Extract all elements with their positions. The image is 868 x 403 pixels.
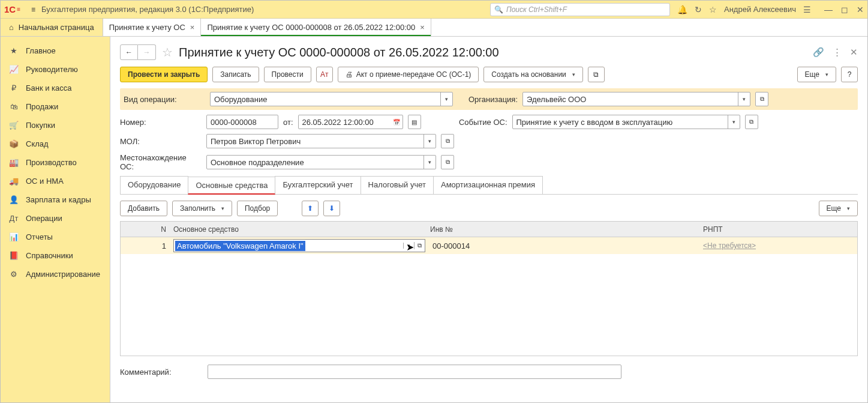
loc-field[interactable]: Основное подразделение ▾ xyxy=(206,155,436,169)
col-inv[interactable]: Инв № xyxy=(425,225,698,234)
create-based-button[interactable]: Создать на основании xyxy=(483,67,583,82)
sidebar-item-salary[interactable]: 👤Зарплата и кадры xyxy=(1,190,110,209)
os-cell-edit[interactable]: Автомобиль "Volkswagen Amarok I" ▾ ⧉ xyxy=(173,239,425,252)
sidebar-item-admin[interactable]: ⚙Администрирование xyxy=(1,265,110,283)
loc-value: Основное подразделение xyxy=(207,158,424,167)
open-ref-button[interactable]: ⧉ xyxy=(755,92,768,106)
bell-icon[interactable]: 🔔 xyxy=(677,5,687,14)
comment-label: Комментарий: xyxy=(120,368,202,377)
sidebar-item-catalogs[interactable]: 📕Справочники xyxy=(1,246,110,265)
form-area: Вид операции: Оборудование ▾ Организация… xyxy=(120,88,858,379)
tab-close-icon[interactable]: × xyxy=(420,23,425,32)
person-icon: 👤 xyxy=(9,195,19,204)
calendar-open-button[interactable]: ▤ xyxy=(408,115,421,129)
tab-close-icon[interactable]: × xyxy=(190,23,195,32)
help-button[interactable]: ? xyxy=(841,67,858,82)
app-title: Бухгалтерия предприятия, редакция 3.0 (1… xyxy=(41,5,254,14)
tab-doc-list[interactable]: Принятие к учету ОС × xyxy=(103,19,202,36)
command-bar: Провести и закрыть Записать Провести Aт … xyxy=(120,67,858,82)
dropdown-icon[interactable]: ▾ xyxy=(738,92,750,106)
open-ref-button[interactable]: ⧉ xyxy=(441,134,454,148)
printer-icon: 🖨 xyxy=(346,70,353,79)
move-up-button[interactable]: ⬆ xyxy=(302,201,319,216)
col-n[interactable]: N xyxy=(125,225,173,234)
close-window-icon[interactable]: ✕ xyxy=(857,5,864,14)
table-more-button[interactable]: Еще xyxy=(819,201,858,216)
tab-doc-current[interactable]: Принятие к учету ОС 0000-000008 от 26.05… xyxy=(201,19,431,36)
subtab-amort[interactable]: Амортизационная премия xyxy=(433,176,543,194)
subtab-accounting[interactable]: Бухгалтерский учет xyxy=(275,176,361,194)
sidebar-item-operations[interactable]: ДтОперации xyxy=(1,209,110,228)
fill-button[interactable]: Заполнить xyxy=(172,201,232,216)
calendar-icon[interactable]: 📅 xyxy=(391,115,403,129)
op-type-label: Вид операции: xyxy=(124,95,205,104)
bag-icon: 🛍 xyxy=(9,102,19,111)
post-button[interactable]: Провести xyxy=(264,67,311,82)
search-icon: 🔍 xyxy=(494,5,503,14)
date-field[interactable]: 26.05.2022 12:00:00 📅 xyxy=(298,115,403,129)
sidebar-item-purchases[interactable]: 🛒Покупки xyxy=(1,116,110,135)
sidebar-item-reports[interactable]: 📊Отчеты xyxy=(1,228,110,246)
doc-icon: Дт xyxy=(9,214,19,223)
sidebar-item-sales[interactable]: 🛍Продажи xyxy=(1,97,110,116)
maximize-icon[interactable]: ◻ xyxy=(841,5,848,14)
sidebar-label: Продажи xyxy=(26,102,58,111)
move-down-button[interactable]: ⬇ xyxy=(323,201,340,216)
save-button[interactable]: Записать xyxy=(212,67,259,82)
print-act-button[interactable]: 🖨Акт о приеме-передаче ОС (ОС-1) xyxy=(338,67,479,82)
settings-lines-icon[interactable]: ☰ xyxy=(803,5,811,14)
dt-kt-button[interactable]: Aт xyxy=(316,67,333,82)
close-doc-icon[interactable]: ✕ xyxy=(850,47,858,58)
sidebar-item-warehouse[interactable]: 📦Склад xyxy=(1,135,110,153)
cell-rnpt[interactable]: <Не требуется> xyxy=(703,241,756,250)
org-label: Организация: xyxy=(468,95,518,104)
open-ref-button[interactable]: ⧉ xyxy=(745,115,758,129)
sidebar-item-bank[interactable]: ₽Банк и касса xyxy=(1,79,110,97)
nav-back-button[interactable]: ← xyxy=(120,44,138,60)
comment-field[interactable] xyxy=(208,365,621,379)
post-and-close-button[interactable]: Провести и закрыть xyxy=(120,67,208,82)
dropdown-icon[interactable]: ▾ xyxy=(728,115,740,129)
event-label: Событие ОС: xyxy=(458,118,507,127)
dropdown-icon[interactable]: ▾ xyxy=(440,92,452,106)
open-ref-icon[interactable]: ⧉ xyxy=(414,242,425,249)
sidebar-item-production[interactable]: 🏭Производство xyxy=(1,153,110,172)
link-icon[interactable]: 🔗 xyxy=(813,47,824,58)
main-menu-icon[interactable]: ≡ xyxy=(31,5,35,14)
subtab-tax[interactable]: Налоговый учет xyxy=(361,176,434,194)
table-row[interactable]: 1 Автомобиль "Volkswagen Amarok I" ▾ ⧉ ➤… xyxy=(121,237,857,254)
dropdown-icon[interactable]: ▾ xyxy=(424,135,435,148)
mol-field[interactable]: Петров Виктор Петрович ▾ xyxy=(206,134,436,148)
search-input[interactable]: 🔍 Поиск Ctrl+Shift+F xyxy=(490,3,670,16)
sidebar-label: Банк и касса xyxy=(26,83,72,92)
org-field[interactable]: Эдельвейс ООО ▾ xyxy=(522,92,750,106)
dropdown-icon[interactable]: ▾ xyxy=(424,156,435,169)
tab-home[interactable]: ⌂ Начальная страница xyxy=(1,19,103,36)
sidebar-item-os[interactable]: 🚚ОС и НМА xyxy=(1,172,110,190)
more-vert-icon[interactable]: ⋮ xyxy=(833,47,842,58)
op-type-field[interactable]: Оборудование ▾ xyxy=(210,92,453,106)
col-os[interactable]: Основное средство xyxy=(173,225,425,234)
event-field[interactable]: Принятие к учету с вводом в эксплуатацию… xyxy=(512,115,740,129)
structure-button[interactable]: ⧉ xyxy=(588,67,605,82)
minimize-icon[interactable]: — xyxy=(824,5,833,14)
subtab-fixed-assets[interactable]: Основные средства xyxy=(188,177,275,195)
number-field[interactable]: 0000-000008 xyxy=(206,115,278,129)
favorite-toggle[interactable]: ☆ xyxy=(162,45,173,59)
fixed-assets-grid: N Основное средство Инв № РНПТ 1 Автомоб… xyxy=(120,221,858,356)
more-button[interactable]: Еще xyxy=(797,67,836,82)
pick-button[interactable]: Подбор xyxy=(237,201,278,216)
open-ref-button[interactable]: ⧉ xyxy=(441,155,454,169)
col-rn[interactable]: РНПТ xyxy=(698,225,852,234)
subtab-equipment[interactable]: Оборудование xyxy=(120,176,188,194)
doc-title: Принятие к учету ОС 0000-000008 от 26.05… xyxy=(179,46,499,59)
sidebar-item-main[interactable]: ★Главное xyxy=(1,41,110,60)
dropdown-icon[interactable]: ▾ xyxy=(403,243,414,249)
user-name[interactable]: Андрей Алексеевич xyxy=(724,5,796,14)
star-icon[interactable]: ☆ xyxy=(709,5,717,14)
add-row-button[interactable]: Добавить xyxy=(120,201,167,216)
search-placeholder: Поиск Ctrl+Shift+F xyxy=(506,5,567,14)
nav-forward-button[interactable]: → xyxy=(138,44,156,60)
history-icon[interactable]: ↻ xyxy=(695,5,702,14)
sidebar-item-manager[interactable]: 📈Руководителю xyxy=(1,60,110,79)
